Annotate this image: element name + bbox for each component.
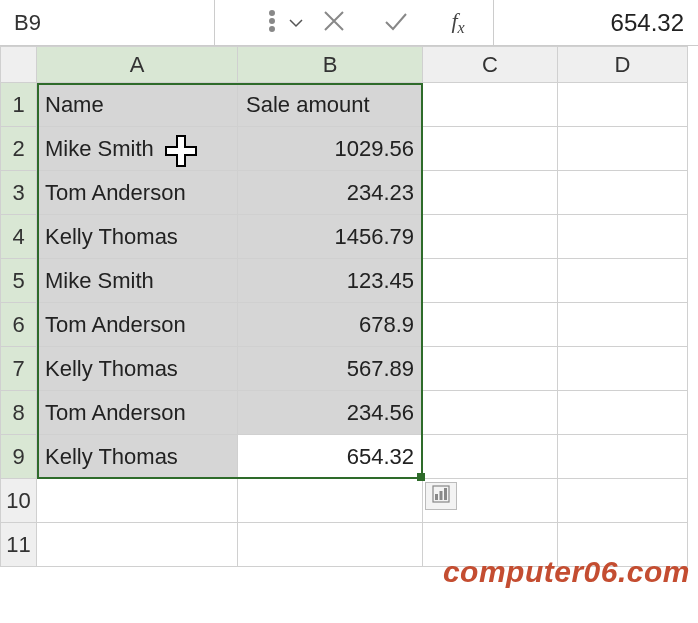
- close-icon: [321, 8, 347, 38]
- cell-D8[interactable]: [558, 391, 688, 435]
- row-header-10[interactable]: 10: [1, 479, 37, 523]
- cell-A8[interactable]: Tom Anderson: [37, 391, 238, 435]
- fx-icon: fx: [451, 8, 464, 37]
- cell-A6[interactable]: Tom Anderson: [37, 303, 238, 347]
- row-header-3[interactable]: 3: [1, 171, 37, 215]
- col-header-C[interactable]: C: [423, 47, 558, 83]
- svg-rect-6: [444, 488, 447, 500]
- row-header-2[interactable]: 2: [1, 127, 37, 171]
- more-vertical-icon: [259, 8, 285, 38]
- row-header-7[interactable]: 7: [1, 347, 37, 391]
- enter-button[interactable]: [379, 6, 413, 40]
- row-header-9[interactable]: 9: [1, 435, 37, 479]
- cell-A3[interactable]: Tom Anderson: [37, 171, 238, 215]
- formula-input-wrap: [494, 0, 698, 45]
- row-header-5[interactable]: 5: [1, 259, 37, 303]
- cell-D9[interactable]: [558, 435, 688, 479]
- name-box-wrap: [0, 0, 215, 45]
- cell-A1[interactable]: Name: [37, 83, 238, 127]
- check-icon: [383, 8, 409, 38]
- cell-D7[interactable]: [558, 347, 688, 391]
- formula-input[interactable]: [508, 9, 684, 37]
- select-all-corner[interactable]: [1, 47, 37, 83]
- cell-A2[interactable]: Mike Smith: [37, 127, 238, 171]
- svg-rect-5: [440, 491, 443, 500]
- cell-C7[interactable]: [423, 347, 558, 391]
- row-header-11[interactable]: 11: [1, 523, 37, 567]
- cell-A7[interactable]: Kelly Thomas: [37, 347, 238, 391]
- watermark-text: computer06.com: [443, 555, 690, 589]
- cell-D6[interactable]: [558, 303, 688, 347]
- quick-analysis-button[interactable]: [425, 482, 457, 510]
- formula-buttons: fx: [215, 0, 494, 45]
- cell-C2[interactable]: [423, 127, 558, 171]
- row-header-1[interactable]: 1: [1, 83, 37, 127]
- col-header-D[interactable]: D: [558, 47, 688, 83]
- cell-A4[interactable]: Kelly Thomas: [37, 215, 238, 259]
- svg-point-1: [270, 19, 274, 23]
- cell-B8[interactable]: 234.56: [238, 391, 423, 435]
- more-menu-button[interactable]: [255, 6, 289, 40]
- cell-B4[interactable]: 1456.79: [238, 215, 423, 259]
- cell-A5[interactable]: Mike Smith: [37, 259, 238, 303]
- quick-analysis-icon: [432, 485, 450, 507]
- row-header-6[interactable]: 6: [1, 303, 37, 347]
- cell-B5[interactable]: 123.45: [238, 259, 423, 303]
- cell-B10[interactable]: [238, 479, 423, 523]
- cell-B9[interactable]: 654.32: [238, 435, 423, 479]
- spreadsheet-grid[interactable]: A B C D 1 Name Sale amount 2 Mike Smith …: [0, 46, 698, 567]
- cell-A11[interactable]: [37, 523, 238, 567]
- cell-B7[interactable]: 567.89: [238, 347, 423, 391]
- row-header-8[interactable]: 8: [1, 391, 37, 435]
- cell-A10[interactable]: [37, 479, 238, 523]
- svg-rect-4: [435, 494, 438, 500]
- cell-D3[interactable]: [558, 171, 688, 215]
- cell-C3[interactable]: [423, 171, 558, 215]
- cell-B2[interactable]: 1029.56: [238, 127, 423, 171]
- cancel-button[interactable]: [317, 6, 351, 40]
- row-header-4[interactable]: 4: [1, 215, 37, 259]
- cell-D2[interactable]: [558, 127, 688, 171]
- cell-A9[interactable]: Kelly Thomas: [37, 435, 238, 479]
- col-header-A[interactable]: A: [37, 47, 238, 83]
- formula-bar: fx: [0, 0, 698, 46]
- cell-C4[interactable]: [423, 215, 558, 259]
- svg-point-2: [270, 27, 274, 31]
- cell-C9[interactable]: [423, 435, 558, 479]
- cell-D1[interactable]: [558, 83, 688, 127]
- cell-D4[interactable]: [558, 215, 688, 259]
- svg-point-0: [270, 11, 274, 15]
- cell-D10[interactable]: [558, 479, 688, 523]
- cell-B6[interactable]: 678.9: [238, 303, 423, 347]
- cell-C6[interactable]: [423, 303, 558, 347]
- cell-C8[interactable]: [423, 391, 558, 435]
- insert-function-button[interactable]: fx: [441, 6, 475, 40]
- cell-B1[interactable]: Sale amount: [238, 83, 423, 127]
- cell-C1[interactable]: [423, 83, 558, 127]
- col-header-B[interactable]: B: [238, 47, 423, 83]
- cell-B3[interactable]: 234.23: [238, 171, 423, 215]
- cell-B11[interactable]: [238, 523, 423, 567]
- cell-C5[interactable]: [423, 259, 558, 303]
- cell-D5[interactable]: [558, 259, 688, 303]
